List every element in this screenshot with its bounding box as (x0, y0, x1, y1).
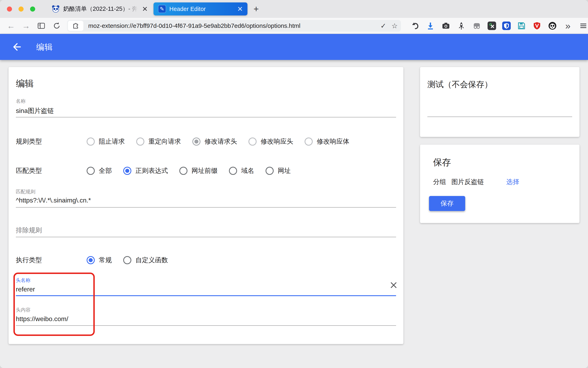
tab-header-editor[interactable]: ✎ Header Editor ✕ (154, 2, 247, 15)
appbar: 编辑 (0, 34, 588, 60)
download-icon[interactable] (426, 21, 435, 30)
name-field-label: 名称 (16, 98, 396, 104)
url-text[interactable]: moz-extension://e7bff97d-0d10-4f67-91a9-… (88, 22, 380, 29)
radio-option-redirect-request: 重定向请求 (136, 137, 181, 146)
tab-close-icon[interactable]: ✕ (237, 6, 243, 12)
back-arrow-icon[interactable]: ← (7, 22, 15, 30)
browser-window: 奶酪清单（2022-11-25）- 奔跑中 ✕ ✎ Header Editor … (0, 0, 588, 368)
window-maximize-button[interactable] (30, 7, 35, 12)
group-label: 分组 (433, 177, 446, 186)
camera-icon[interactable] (441, 21, 451, 30)
match-rule-label: 匹配规则 (16, 188, 396, 195)
radio-selected-icon[interactable] (123, 167, 131, 175)
rule-type-label: 规则类型 (16, 137, 87, 146)
checkmark-icon[interactable]: ✓ (380, 22, 386, 30)
radio-option-url-prefix[interactable]: 网址前缀 (179, 166, 218, 175)
radio-icon (136, 138, 144, 146)
traffic-lights (7, 7, 35, 12)
name-field-input[interactable]: sina图片盗链 (16, 106, 396, 115)
radio-icon (305, 138, 313, 146)
forward-arrow-icon[interactable]: → (22, 22, 30, 30)
panda-extension-icon[interactable] (548, 21, 557, 30)
header-editor-favicon-icon: ✎ (158, 5, 166, 13)
tab-cheese-list[interactable]: 奶酪清单（2022-11-25）- 奔跑中 ✕ (47, 2, 152, 15)
options-page-content: 编辑 名称 sina图片盗链 规则类型 阻止请求 重定向请求 修改请求头 (0, 60, 588, 368)
browser-toolbar: ← → moz-extension://e7bff97d-0d10-4f67-9… (0, 18, 588, 34)
group-row: 分组 图片反盗链 选择 (433, 177, 519, 186)
extension-toolbar: » (410, 21, 588, 30)
panda-favicon-icon (52, 5, 59, 13)
match-type-row: 匹配类型 全部 正则表达式 网址前缀 域名 (16, 165, 396, 176)
clear-header-icon[interactable] (389, 281, 398, 290)
edit-card-title: 编辑 (16, 78, 396, 90)
radio-icon (87, 138, 95, 146)
radio-icon[interactable] (87, 167, 95, 175)
radio-icon[interactable] (229, 167, 237, 175)
new-tab-button[interactable]: + (253, 4, 259, 14)
group-value: 图片反盗链 (451, 177, 484, 186)
radio-option-url[interactable]: 网址 (266, 166, 291, 175)
test-card-title: 测试（不会保存） (427, 79, 572, 90)
save-card: 保存 分组 图片反盗链 选择 保存 (420, 145, 579, 223)
radio-option-block-request: 阻止请求 (87, 137, 125, 146)
radio-option-regex[interactable]: 正则表达式 (123, 166, 168, 175)
execute-type-label: 执行类型 (16, 256, 87, 265)
window-minimize-button[interactable] (19, 7, 24, 12)
save-card-title: 保存 (433, 156, 572, 168)
floppy-save-icon[interactable] (517, 21, 526, 30)
name-field-underline (16, 117, 396, 117)
shield-icon[interactable] (502, 21, 511, 30)
radio-selected-icon[interactable] (87, 256, 95, 264)
tab-strip: 奶酪清单（2022-11-25）- 奔跑中 ✕ ✎ Header Editor … (0, 0, 588, 18)
test-input-underline (427, 117, 572, 117)
radio-option-normal[interactable]: 常规 (87, 256, 112, 265)
select-group-link[interactable]: 选择 (506, 177, 519, 186)
radio-icon[interactable] (266, 167, 274, 175)
radio-option-modify-response-body: 修改响应体 (305, 137, 349, 146)
tab-close-icon[interactable]: ✕ (142, 6, 148, 12)
exclude-rule-underline (16, 237, 396, 237)
radio-icon[interactable] (179, 167, 187, 175)
match-type-label: 匹配类型 (16, 166, 87, 175)
execute-type-row: 执行类型 常规 自定义函数 (16, 255, 396, 266)
back-arrow-button[interactable] (11, 42, 21, 52)
edit-rule-card: 编辑 名称 sina图片盗链 规则类型 阻止请求 重定向请求 修改请求头 (9, 67, 403, 344)
radio-icon (249, 138, 257, 146)
puzzle-extension-icon[interactable] (68, 21, 83, 31)
sidebar-toggle-icon[interactable] (37, 21, 46, 30)
menu-hamburger-icon[interactable] (579, 21, 588, 30)
reload-icon[interactable] (52, 21, 61, 30)
tab-title: 奶酪清单（2022-11-25）- 奔跑中 (63, 5, 139, 13)
radio-option-modify-response-header: 修改响应头 (249, 137, 293, 146)
undo-arrow-icon[interactable] (410, 21, 420, 30)
save-button[interactable]: 保存 (429, 196, 465, 211)
rule-type-row: 规则类型 阻止请求 重定向请求 修改请求头 修改响应头 (16, 136, 396, 147)
radio-option-all[interactable]: 全部 (87, 166, 112, 175)
test-card: 测试（不会保存） (420, 67, 579, 137)
rocket-icon[interactable] (457, 21, 466, 30)
radio-selected-icon (192, 138, 201, 146)
exclude-rule-input[interactable]: 排除规则 (16, 226, 396, 235)
url-bar[interactable]: moz-extension://e7bff97d-0d10-4f67-91a9-… (67, 20, 401, 32)
radio-option-domain[interactable]: 域名 (229, 166, 254, 175)
overflow-chevrons-icon[interactable]: » (563, 21, 573, 30)
match-rule-underline (16, 207, 396, 208)
page-title: 编辑 (36, 41, 53, 53)
proxy-switch-icon[interactable] (488, 21, 496, 30)
match-rule-input[interactable]: ^https?:\/\/.*\.sinaimg\.cn.* (16, 197, 396, 204)
window-close-button[interactable] (7, 7, 12, 12)
radio-option-modify-request-header: 修改请求头 (192, 137, 237, 146)
radio-option-custom-function[interactable]: 自定义函数 (123, 256, 168, 265)
radio-icon[interactable] (123, 256, 131, 264)
shield-v-icon[interactable] (532, 21, 542, 30)
binoculars-icon[interactable] (472, 21, 482, 30)
red-annotation-box (13, 273, 95, 336)
tab-title: Header Editor (169, 6, 234, 12)
bookmark-star-icon[interactable]: ☆ (392, 22, 398, 30)
